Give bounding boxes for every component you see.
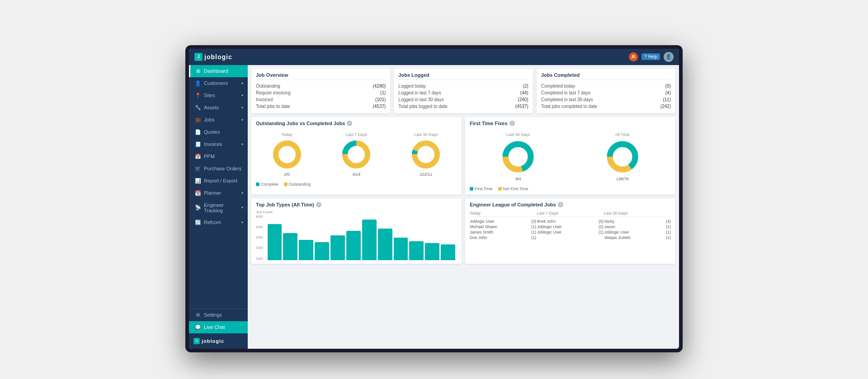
eng-name: Nicky xyxy=(604,219,614,224)
sidebar-item-sites[interactable]: 📍 Sites ▾ xyxy=(189,89,248,102)
invoices-icon: 🧾 xyxy=(195,141,201,147)
sidebar-item-label: Settings xyxy=(204,312,243,318)
charts-row: Outstanding Jobs vs Completed Jobs i Tod… xyxy=(251,117,675,195)
sidebar-item-settings[interactable]: ⚙ Settings xyxy=(189,309,248,321)
legend-first-time: First Time xyxy=(470,187,493,191)
engineer-league-header: Today Last 7 Days Last 30 Days xyxy=(470,210,671,217)
sidebar-item-purchase-orders[interactable]: 🛒 Purchase Orders xyxy=(189,163,248,175)
donut-label: Today xyxy=(271,132,303,137)
stat-row: Outstanding (4280) xyxy=(256,83,386,89)
eng-last30-col: Nicky (4) Jason (1) Joblogic User (1) xyxy=(604,219,671,240)
notification-bell[interactable]: 🔔 xyxy=(629,52,638,61)
assets-icon: 🔧 xyxy=(195,105,201,111)
eng-row: Joblogic User (1) xyxy=(604,229,671,235)
legend-label: First Time xyxy=(475,187,493,191)
eng-count: (1) xyxy=(599,230,604,234)
eng-name: Michael Shawn xyxy=(470,225,497,229)
legend-label: Not First Time xyxy=(503,187,528,191)
stat-value: (11) xyxy=(663,97,671,102)
stat-label: Total jobs to date xyxy=(256,104,290,109)
donut-chart xyxy=(271,139,303,170)
jobs-icon: 💼 xyxy=(195,117,201,123)
top-job-types-title: Top Job Types (All Time) i xyxy=(256,202,457,207)
donut-last7: Last 7 Days 41/4 xyxy=(340,132,372,177)
stat-label: Completed in last 30 days xyxy=(541,97,593,102)
donut-label: Last 30 Days xyxy=(410,132,442,137)
eng-today-col: Joblogic User (3) Michael Shawn (1) Jame… xyxy=(470,219,536,240)
donut-ftf-last30: Last 30 Days 9/4 xyxy=(500,132,536,181)
help-button[interactable]: ? Help xyxy=(642,53,660,60)
sidebar-item-label: Engineer Tracking xyxy=(204,202,239,213)
chevron-down-icon: ▾ xyxy=(241,106,243,110)
eng-row: Michael Shawn (1) xyxy=(470,224,536,229)
sidebar-item-planner[interactable]: 📆 Planner ▾ xyxy=(189,187,248,199)
sidebar-item-refcom[interactable]: 🔄 Refcom ▾ xyxy=(189,216,248,229)
eng-count: (5) xyxy=(599,219,604,224)
quotes-icon: 📄 xyxy=(195,129,201,135)
stat-row: Completed in last 30 days (11) xyxy=(541,96,671,103)
first-time-fixes-title: First Time Fixes i xyxy=(470,121,671,126)
stat-value: (0) xyxy=(665,84,671,89)
logo-icon: J xyxy=(194,53,203,61)
col-last30: Last 30 Days xyxy=(604,211,671,215)
main-content: Job Overview Outstanding (4280) Require … xyxy=(248,65,679,349)
chevron-down-icon: ▾ xyxy=(241,81,243,85)
engineer-league-card: Engineer League of Completed Jobs i Toda… xyxy=(465,198,675,264)
sidebar-logo-text: joblogic xyxy=(202,338,224,344)
sidebar-item-quotes[interactable]: 📄 Quotes xyxy=(189,126,248,138)
sidebar-item-report[interactable]: 📊 Report / Export xyxy=(189,175,248,187)
bar xyxy=(315,242,329,260)
stat-value: (4280) xyxy=(373,84,386,89)
main-layout: ⊞ Dashboard 👤 Customers ▾ 📍 Sites ▾ 🔧 As… xyxy=(189,65,679,349)
y-axis-label: Job Count xyxy=(256,210,457,214)
eng-name: Waqas JLWeb xyxy=(604,235,630,240)
eng-count: (3) xyxy=(531,219,536,224)
top-job-types-card: Top Job Types (All Time) i Job Count 800… xyxy=(251,198,462,264)
screen-inner: J joblogic 🔔 ? Help 👤 ⊞ Dashboard 👤 Cust… xyxy=(189,49,679,349)
donut-chart xyxy=(500,139,536,175)
stat-value: (4537) xyxy=(515,104,528,109)
sidebar-item-dashboard[interactable]: ⊞ Dashboard xyxy=(189,65,248,77)
eng-row: James Smith (1) xyxy=(470,229,536,235)
donut-chart xyxy=(604,139,641,175)
legend-label: Outstanding xyxy=(289,182,311,187)
stat-row: Total jobs to date (4537) xyxy=(256,103,386,110)
eng-count: (1) xyxy=(531,235,536,240)
info-icon: i xyxy=(558,202,563,207)
job-overview-title: Job Overview xyxy=(256,72,386,80)
sidebar-item-jobs[interactable]: 💼 Jobs ▾ xyxy=(189,114,248,126)
stat-label: Logged in last 7 days xyxy=(398,90,441,95)
eng-count: (4) xyxy=(666,219,671,224)
sidebar-item-engineer-tracking[interactable]: 📡 Engineer Tracking ▾ xyxy=(189,199,248,216)
legend-outstanding: Outstanding xyxy=(284,182,311,187)
sidebar-item-invoices[interactable]: 🧾 Invoices ▾ xyxy=(189,138,248,150)
sidebar-logo-bottom: J joblogic xyxy=(189,333,248,349)
donut-value: 9/4 xyxy=(500,177,536,181)
user-avatar[interactable]: 👤 xyxy=(664,52,674,62)
eng-row: Brett John (5) xyxy=(537,219,604,224)
dashboard-icon: ⊞ xyxy=(195,68,201,74)
stat-row: Total jobs completed to date (242) xyxy=(541,103,671,110)
sidebar-item-ppm[interactable]: 📅 PPM xyxy=(189,150,248,163)
settings-icon: ⚙ xyxy=(195,312,201,318)
legend-color xyxy=(470,187,473,191)
sidebar-item-label: Sites xyxy=(204,93,239,98)
stat-value: (4) xyxy=(665,90,671,95)
sidebar-item-customers[interactable]: 👤 Customers ▾ xyxy=(189,77,248,89)
sidebar-item-label: Dashboard xyxy=(204,68,243,74)
jobs-completed-card: Jobs Completed Completed today (0) Compl… xyxy=(537,69,675,113)
stat-label: Total jobs completed to date xyxy=(541,104,598,109)
engineer-tracking-icon: 📡 xyxy=(195,205,201,211)
bar xyxy=(330,235,345,260)
stat-value: (240) xyxy=(518,97,528,102)
stat-value: (1) xyxy=(380,90,386,95)
eng-count: (1) xyxy=(531,230,536,234)
sidebar-item-label: Report / Export xyxy=(204,178,243,183)
stat-row: Logged today (2) xyxy=(398,83,528,89)
eng-row: Joblogic User (3) xyxy=(470,219,536,224)
eng-row: Joblogic User (1) xyxy=(537,229,604,235)
sidebar-item-assets[interactable]: 🔧 Assets ▾ xyxy=(189,102,248,114)
stat-value: (4537) xyxy=(373,104,386,109)
sidebar-item-livechat[interactable]: 💬 Live Chat xyxy=(189,321,248,333)
header: J joblogic 🔔 ? Help 👤 xyxy=(189,49,679,65)
